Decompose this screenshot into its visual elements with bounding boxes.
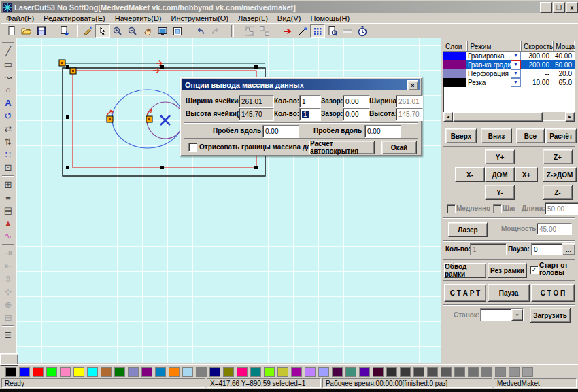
count-y-field[interactable]: 1 [299,108,321,121]
hatch-dense-icon[interactable]: ▤ [1,204,15,217]
table-hscrollbar[interactable]: ◄ ► [443,112,575,120]
simulate-screen-button[interactable] [155,24,170,38]
polyline-tool-icon[interactable]: ↝ [1,71,15,84]
menu-laser[interactable]: Лазер(L) [233,14,273,23]
pause-field[interactable]: 0 [531,243,564,255]
layer-color-swatch[interactable] [443,60,466,69]
zoom-fit-button[interactable] [170,24,185,38]
mode-dropdown-icon[interactable]: ▼ [511,52,521,60]
layer-color-swatch[interactable] [443,69,466,78]
total-width-field[interactable]: 261.01 [396,95,423,108]
line-tool-icon[interactable]: ╱ [1,45,15,58]
menu-draw[interactable]: Начертить(D) [110,14,167,23]
pause-button[interactable]: Пауза [488,284,530,302]
palette-color[interactable] [5,367,16,377]
align-center-icon[interactable]: ⊹ [1,285,15,298]
laser-button[interactable]: Лазер [448,222,488,237]
count-field[interactable]: 1 [470,243,507,255]
pan-hand-button[interactable] [140,24,155,38]
undo-button[interactable] [193,24,208,38]
hatch-lines-icon[interactable]: ≡ [1,191,15,204]
start-button[interactable]: С Т А Р Т [444,284,486,302]
scroll-thumb[interactable] [453,112,543,122]
palette-color[interactable] [209,367,220,377]
palette-color[interactable] [250,367,261,377]
cell-height-field[interactable]: 145.70 [239,108,274,121]
select-all-button[interactable]: Все [516,128,545,143]
palette-color[interactable] [114,367,125,377]
palette-color[interactable] [522,367,533,377]
align-vertical-icon[interactable]: ⇳ [1,272,15,285]
zoom-in-button[interactable] [110,24,125,38]
palette-color[interactable] [291,367,302,377]
measure-ruler-button[interactable] [340,24,355,38]
total-height-field[interactable]: 145.70 [396,108,423,121]
palette-color[interactable] [46,367,57,377]
jog-y-plus-button[interactable]: Y+ [485,149,515,164]
layer-up-button[interactable]: Вверх [445,128,477,143]
engrave-relief-icon[interactable]: ▲ [1,217,15,230]
layer-row[interactable]: Перфорация ▼ -- 20.0 [443,69,575,78]
minimize-button[interactable]: _ [540,2,552,13]
outline-frame-button[interactable]: Обвод рамки [444,263,486,278]
col-header-mode[interactable]: Режим [468,41,522,51]
layer-row[interactable]: Гравировка ▼ 300.00 40.00 [443,52,575,60]
rotate-tool-icon[interactable]: ↺ [1,109,15,122]
palette-color[interactable] [373,367,384,377]
draw-array-borders-checkbox[interactable] [188,143,197,152]
menu-edit[interactable]: Редактировать(E) [39,14,110,23]
set-laser-origin-button[interactable] [280,24,295,38]
jog-z-minus-button[interactable]: Z- [543,185,573,200]
cell-width-field[interactable]: 261.01 [239,95,274,108]
palette-color[interactable] [277,367,288,377]
palette-color[interactable] [509,367,520,377]
menu-help[interactable]: Помощь(H) [305,14,354,23]
palette-color[interactable] [481,367,492,377]
palette-color[interactable] [413,367,424,377]
step-checkbox[interactable] [493,204,502,213]
palette-color[interactable] [19,367,30,377]
cut-frame-button[interactable]: Рез рамки [488,263,527,278]
save-file-button[interactable] [34,24,49,38]
scroll-right-button[interactable]: ► [565,112,575,122]
ellipse-tool-icon[interactable]: ○ [1,84,15,96]
home-button[interactable]: ДОМ [485,167,515,182]
maximize-button[interactable]: ❐ [553,2,565,13]
layer-color-swatch[interactable] [443,78,466,87]
col-header-speed[interactable]: Скорость [522,41,554,51]
jog-x-plus-button[interactable]: X+ [515,167,538,182]
close-button[interactable]: x [566,2,578,13]
mirror-horizontal-icon[interactable]: ⇄ [1,122,15,135]
palette-color[interactable] [359,367,370,377]
palette-color[interactable] [318,367,329,377]
menu-tools[interactable]: Инструменты(O) [167,14,233,23]
zoom-out-button[interactable] [125,24,140,38]
palette-color[interactable] [60,367,71,377]
download-to-machine-button[interactable] [57,24,72,38]
palette-color[interactable] [223,367,234,377]
rectangle-tool-icon[interactable]: ▭ [1,58,15,71]
palette-color[interactable] [264,367,275,377]
jog-y-minus-button[interactable]: Y- [485,185,515,200]
trim-tool-icon[interactable]: ⊡ [1,161,15,174]
pause-more-button[interactable]: ... [562,243,575,255]
palette-color[interactable] [400,367,411,377]
palette-color[interactable] [427,367,438,377]
col-header-power[interactable]: Моща [554,41,575,51]
redo-button[interactable] [208,24,223,38]
mode-dropdown-icon[interactable]: ▼ [511,69,521,78]
layer-row[interactable]: Резка ▼ 10.00 65.0 [443,78,575,87]
mode-dropdown-icon[interactable]: ▼ [511,60,521,69]
start-from-head-checkbox[interactable]: ✓ [530,266,539,274]
palette-color[interactable] [33,367,44,377]
palette-color[interactable] [454,367,465,377]
machine-combobox[interactable]: ▼ [480,308,524,321]
mode-dropdown-icon[interactable]: ▼ [511,78,521,87]
space-along-y-field[interactable]: 0.00 [262,125,299,138]
group-button[interactable] [242,24,257,38]
layer-color-swatch[interactable] [443,52,466,60]
curve-tool-icon[interactable]: ∿ [1,230,15,243]
jog-z-plus-button[interactable]: Z+ [543,149,573,164]
power-field[interactable]: 45.00 [537,223,572,235]
palette-color[interactable] [495,367,506,377]
